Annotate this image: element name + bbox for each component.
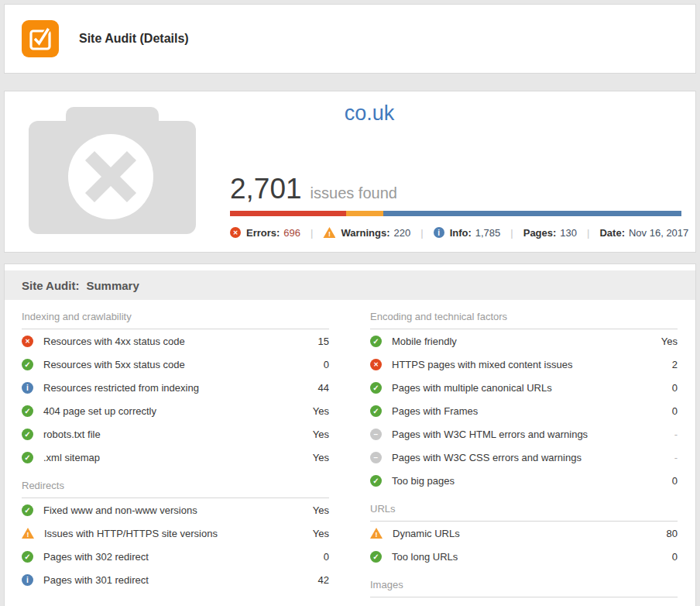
app-header: Site Audit (Details) (4, 4, 696, 74)
stat-info: Info: 1,785 (434, 227, 501, 239)
ok-icon (370, 405, 382, 417)
audit-section-heading: Images (370, 579, 678, 597)
info-icon (434, 227, 444, 238)
audit-row: Dynamic URLs 80 (370, 522, 678, 545)
audit-row: Pages with 302 redirect 0 (22, 545, 329, 568)
info-bar-segment (383, 211, 681, 216)
warning-icon (22, 528, 34, 539)
site-name-link[interactable]: co.uk (43, 102, 695, 126)
ok-icon (22, 359, 33, 370)
stat-label: Errors: (246, 227, 280, 239)
ok-icon (22, 405, 33, 417)
stat-date: Date: Nov 16, 2017 (599, 227, 688, 239)
audit-row: Resources restricted from indexing 44 (22, 376, 329, 399)
audit-row-value: 0 (672, 475, 678, 487)
issues-found-line: 2,701 issues found (230, 173, 397, 205)
error-icon (22, 336, 33, 347)
section-title-prefix: Site Audit: (22, 279, 79, 292)
audit-row-label: Pages with Frames (392, 405, 478, 417)
audit-summary-card: co.uk 2,701 issues found Errors: 696 | W… (4, 91, 696, 253)
audit-row: robots.txt file Yes (22, 422, 329, 446)
audit-row: 404 page set up correctly Yes (22, 399, 329, 422)
audit-row-value: 2 (672, 359, 678, 370)
audit-row: Pages with 301 redirect 42 (22, 568, 329, 591)
audit-row-value: Yes (313, 452, 329, 463)
audit-row: Mobile friendly Yes (370, 329, 678, 353)
audit-row-value: Yes (313, 504, 329, 516)
site-audit-checkbox-icon (22, 20, 59, 57)
audit-row-value: - (674, 452, 678, 463)
ok-icon (22, 452, 33, 463)
audit-row-label: robots.txt file (43, 429, 101, 440)
ok-icon (22, 504, 33, 516)
audit-row-label: Pages with W3C HTML errors and warnings (392, 429, 588, 440)
audit-row: Pages with multiple canonical URLs 0 (370, 376, 678, 399)
audit-row-value: Yes (313, 528, 329, 539)
info-icon (22, 382, 33, 394)
errors-bar-segment (230, 211, 346, 216)
audit-row-value: 0 (324, 359, 329, 370)
warning-icon (370, 528, 383, 539)
audit-row-label: Too big pages (392, 475, 455, 487)
right-column: Encoding and technical factors Mobile fr… (370, 300, 678, 597)
audit-row-label: Pages with multiple canonical URLs (392, 382, 552, 394)
audit-row-value: 80 (667, 528, 678, 539)
stat-value: 696 (283, 227, 300, 239)
issues-count: 2,701 (230, 173, 302, 205)
audit-row-value: 15 (318, 336, 329, 347)
audit-section-heading: URLs (370, 503, 678, 522)
audit-row-label: Resources with 4xx status code (43, 336, 185, 347)
neutral-icon (370, 429, 382, 440)
stat-label: Pages: (523, 227, 557, 239)
audit-row: Too long URLs 0 (370, 545, 678, 568)
audit-row-value: 0 (324, 551, 329, 563)
audit-section-heading: Encoding and technical factors (370, 311, 678, 329)
audit-section-heading: Indexing and crawlability (22, 311, 329, 329)
audit-row-label: Issues with HTTP/HTTPS site versions (44, 528, 218, 539)
page-title: Site Audit (Details) (79, 32, 189, 46)
audit-row-label: Dynamic URLs (393, 528, 460, 539)
audit-row: Resources with 5xx status code 0 (22, 353, 329, 376)
audit-row-label: 404 page set up correctly (43, 405, 156, 417)
audit-row-label: Resources restricted from indexing (43, 382, 199, 394)
audit-row-label: Mobile friendly (392, 336, 457, 347)
audit-row-value: Yes (313, 429, 329, 440)
audit-row: Issues with HTTP/HTTPS site versions Yes (22, 522, 329, 545)
audit-row-value: 42 (318, 574, 329, 586)
stat-label: Date: (599, 227, 625, 239)
stat-label: Info: (450, 227, 472, 239)
audit-row: Fixed www and non-www versions Yes (22, 498, 329, 522)
section-header: Site Audit: Summary (5, 270, 695, 300)
audit-row-value: 0 (672, 551, 678, 563)
audit-row: HTTPS pages with mixed content issues 2 (370, 353, 678, 376)
audit-row-value: 0 (672, 405, 678, 417)
audit-row-label: HTTPS pages with mixed content issues (392, 359, 572, 370)
stat-label: Warnings: (341, 227, 389, 239)
audit-section-heading: Redirects (22, 480, 329, 498)
audit-row-value: - (674, 429, 678, 440)
issues-progress-bar (230, 211, 681, 216)
audit-row-value: Yes (661, 336, 678, 347)
ok-icon (22, 429, 33, 440)
stat-divider: | (587, 227, 589, 239)
stat-value: 1,785 (475, 227, 501, 239)
section-title: Summary (86, 279, 139, 292)
stat-value: 220 (394, 227, 411, 239)
stat-value: Nov 16, 2017 (629, 227, 688, 239)
ok-icon (370, 382, 382, 394)
audit-row: Pages with Frames 0 (370, 399, 678, 422)
audit-row-label: Pages with 302 redirect (43, 551, 149, 563)
audit-row-value: 0 (672, 382, 678, 394)
stat-divider: | (420, 227, 423, 239)
left-column: Indexing and crawlability Resources with… (22, 300, 329, 597)
audit-row-value: Yes (313, 405, 329, 417)
audit-row-label: Pages with 301 redirect (43, 574, 149, 586)
audit-row: Pages with W3C CSS errors and warnings - (370, 446, 678, 469)
stat-errors: Errors: 696 (230, 227, 300, 239)
stat-divider: | (510, 227, 513, 239)
warning-icon (323, 227, 335, 239)
info-icon (22, 574, 33, 586)
audit-row-value: 44 (318, 382, 329, 394)
stat-warnings: Warnings: 220 (323, 227, 410, 239)
error-icon (230, 227, 241, 238)
